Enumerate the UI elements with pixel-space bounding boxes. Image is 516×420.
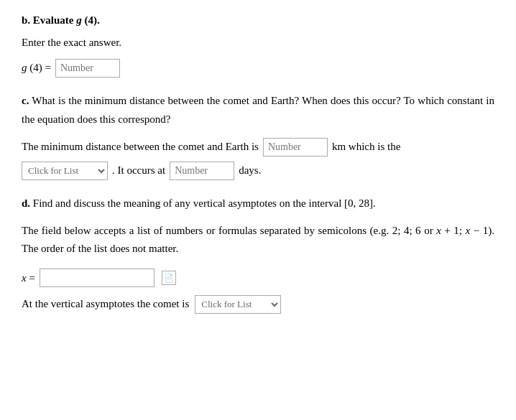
section-d-x-input[interactable] bbox=[40, 269, 155, 287]
section-c-days-label: days. bbox=[239, 161, 261, 180]
section-b-instruction: Enter the exact answer. bbox=[22, 34, 494, 51]
section-c: c. What is the minimum distance between … bbox=[22, 92, 494, 180]
section-c-line2: Click for List . It occurs at days. bbox=[22, 161, 494, 180]
section-c-occurs-prefix: . It occurs at bbox=[112, 161, 165, 180]
section-b-label: b. Evaluate g (4). bbox=[22, 14, 494, 27]
section-c-question: c. What is the minimum distance between … bbox=[22, 92, 494, 129]
section-b: b. Evaluate g (4). Enter the exact answe… bbox=[22, 14, 494, 78]
section-c-line1: The minimum distance between the comet a… bbox=[22, 137, 494, 157]
section-d: d. Find and discuss the meaning of any v… bbox=[22, 195, 494, 314]
section-d-x-label: x = bbox=[22, 269, 35, 288]
section-b-part: b. bbox=[22, 14, 30, 26]
section-c-label: c. What is the minimum distance between … bbox=[22, 95, 494, 125]
section-d-input-row: x = 📄 bbox=[22, 269, 494, 288]
section-d-comet-select[interactable]: Click for List bbox=[195, 295, 281, 314]
section-c-distance-input[interactable] bbox=[263, 138, 328, 157]
formula-icon[interactable]: 📄 bbox=[162, 271, 176, 285]
section-c-constant-select[interactable]: Click for List bbox=[22, 162, 108, 180]
section-b-math-label: g (4) = bbox=[22, 58, 51, 78]
section-c-line1-prefix: The minimum distance between the comet a… bbox=[22, 137, 259, 157]
section-d-instruction: The field below accepts a list of number… bbox=[22, 222, 494, 258]
section-b-input-row: g (4) = bbox=[22, 58, 494, 78]
section-d-label: d. bbox=[22, 197, 30, 209]
section-d-bottom-row: At the vertical asymptotes the comet is … bbox=[22, 295, 494, 314]
section-b-question: Evaluate g (4). bbox=[33, 14, 100, 26]
section-d-question: d. Find and discuss the meaning of any v… bbox=[22, 195, 494, 213]
section-c-km-label: km which is the bbox=[332, 137, 400, 157]
section-b-number-input[interactable] bbox=[55, 59, 120, 78]
section-c-time-input[interactable] bbox=[170, 162, 234, 180]
section-d-bottom-label: At the vertical asymptotes the comet is bbox=[22, 298, 189, 310]
